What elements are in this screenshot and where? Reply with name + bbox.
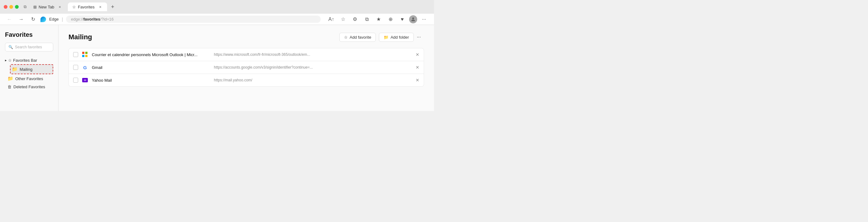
split-screen-icon[interactable]: ⧉ xyxy=(362,15,372,24)
content-header: Mailing ☆ Add favorite 📁 Add folder ··· xyxy=(68,32,424,42)
outlook-url: https://www.microsoft.com/fr-fr/microsof… xyxy=(214,52,409,57)
address-divider: | xyxy=(62,17,63,22)
gmail-icon: G xyxy=(82,64,88,71)
add-folder-icon: 📁 xyxy=(383,35,389,39)
browser-name-label: Edge xyxy=(49,17,59,22)
edge-rewards-icon[interactable]: ♥ xyxy=(397,15,407,24)
gmail-url: https://accounts.google.com/v3/signin/id… xyxy=(214,65,409,70)
content-title: Mailing xyxy=(68,33,336,41)
new-tab-button[interactable]: + xyxy=(108,2,117,11)
minimize-button[interactable] xyxy=(9,5,13,9)
tab-favorites[interactable]: ☆ Favorites ✕ xyxy=(68,2,107,11)
add-favorite-button[interactable]: ☆ Add favorite xyxy=(339,33,376,42)
yahoo-name[interactable]: Yahoo Mail xyxy=(92,78,210,83)
add-folder-label: Add folder xyxy=(391,35,409,39)
outlook-remove-button[interactable]: ✕ xyxy=(415,52,420,57)
gmail-checkbox[interactable] xyxy=(73,65,78,70)
star-icon: ☆ xyxy=(8,58,12,63)
favorites-icon[interactable]: ☆ xyxy=(338,15,348,24)
sidebar-item-favorites-bar[interactable]: ▸ ☆ Favorites Bar xyxy=(5,56,53,64)
settings-more-button[interactable]: ··· xyxy=(419,15,429,24)
outlook-icon xyxy=(82,51,88,58)
favorite-item-yahoo: ✉ Yahoo Mail https://mail.yahoo.com/ ✕ xyxy=(68,74,424,87)
extension-icon: ⧉ xyxy=(24,4,27,9)
search-icon: 🔍 xyxy=(8,45,13,49)
expand-icon: ▸ xyxy=(5,58,7,62)
gmail-remove-button[interactable]: ✕ xyxy=(415,65,420,70)
yahoo-checkbox[interactable] xyxy=(73,78,78,83)
favorites-tab-close[interactable]: ✕ xyxy=(98,4,103,9)
sidebar-item-other-favorites[interactable]: 📁 Other Favorites xyxy=(6,74,53,83)
favorite-item-gmail: G Gmail https://accounts.google.com/v3/s… xyxy=(68,61,424,74)
add-folder-button[interactable]: 📁 Add folder xyxy=(379,33,413,42)
favorites-bar-icon[interactable]: ★ xyxy=(374,15,383,24)
mailing-label: Mailing xyxy=(20,67,32,72)
address-text: edge://favorites/?id=16 xyxy=(71,17,114,22)
add-favorite-icon: ☆ xyxy=(344,35,348,39)
gmail-name[interactable]: Gmail xyxy=(92,65,210,70)
forward-button[interactable]: → xyxy=(17,15,26,24)
edge-logo-icon xyxy=(40,17,46,22)
deleted-favorites-label: Deleted Favorites xyxy=(13,84,45,89)
trash-icon: 🗑 xyxy=(7,84,11,89)
favorites-tab-label: Favorites xyxy=(78,5,94,9)
yahoo-url: https://mail.yahoo.com/ xyxy=(214,78,409,82)
collections-icon[interactable]: ⊕ xyxy=(385,15,395,24)
close-button[interactable] xyxy=(4,5,7,9)
favorites-list: Courrier et calendrier personnels Micros… xyxy=(68,48,424,87)
address-input[interactable]: edge://favorites/?id=16 xyxy=(66,16,321,23)
main-content: Favorites 🔍 Search favorites ▸ ☆ Favorit… xyxy=(0,25,434,111)
search-placeholder: Search favorites xyxy=(15,45,42,49)
extensions-icon[interactable]: ⚙ xyxy=(350,15,360,24)
sidebar-item-mailing[interactable]: 📁 Mailing xyxy=(10,64,53,74)
add-favorite-label: Add favorite xyxy=(350,35,371,39)
outlook-name[interactable]: Courrier et calendrier personnels Micros… xyxy=(92,52,210,57)
favorites-bar-label: Favorites Bar xyxy=(13,58,37,63)
sidebar: Favorites 🔍 Search favorites ▸ ☆ Favorit… xyxy=(0,25,59,111)
yahoo-remove-button[interactable]: ✕ xyxy=(415,78,420,83)
yahoo-icon: ✉ xyxy=(82,77,88,83)
read-aloud-icon[interactable]: A↑ xyxy=(326,15,336,24)
refresh-button[interactable]: ↻ xyxy=(29,15,37,24)
favorites-tab-icon: ☆ xyxy=(72,5,76,9)
outlook-checkbox[interactable] xyxy=(73,52,78,57)
tab-bar: ⊞ New Tab ✕ ☆ Favorites ✕ + xyxy=(29,2,430,11)
svg-point-0 xyxy=(412,18,414,19)
profile-avatar[interactable] xyxy=(409,15,417,23)
sidebar-item-deleted-favorites[interactable]: 🗑 Deleted Favorites xyxy=(6,83,53,91)
toolbar-icons: A↑ ☆ ⚙ ⧉ ★ ⊕ ♥ ··· xyxy=(326,15,429,24)
sidebar-title: Favorites xyxy=(5,31,53,38)
folder-icon: 📁 xyxy=(7,76,13,81)
content-more-button[interactable]: ··· xyxy=(414,32,424,42)
title-bar: ⧉ ⊞ New Tab ✕ ☆ Favorites ✕ + xyxy=(0,0,434,14)
address-bar: ← → ↻ Edge | edge://favorites/?id=16 A↑ … xyxy=(0,14,434,25)
traffic-lights xyxy=(4,5,19,9)
tab-new-tab[interactable]: ⊞ New Tab ✕ xyxy=(29,2,67,11)
new-tab-close[interactable]: ✕ xyxy=(57,4,62,9)
fullscreen-button[interactable] xyxy=(15,5,19,9)
content-area: Mailing ☆ Add favorite 📁 Add folder ··· xyxy=(59,25,434,111)
new-tab-icon: ⊞ xyxy=(33,5,37,9)
back-button[interactable]: ← xyxy=(5,15,14,24)
search-box[interactable]: 🔍 Search favorites xyxy=(5,43,53,51)
new-tab-label: New Tab xyxy=(39,5,54,9)
other-favorites-label: Other Favorites xyxy=(15,76,43,81)
favorite-item-outlook: Courrier et calendrier personnels Micros… xyxy=(68,48,424,61)
folder-icon: 📁 xyxy=(12,66,18,72)
